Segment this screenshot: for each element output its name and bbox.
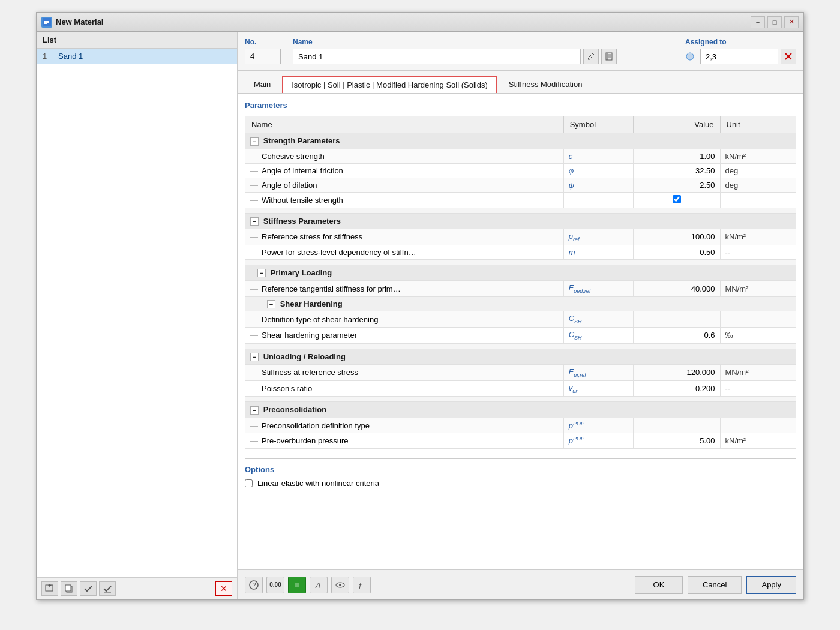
tab-main[interactable]: Main <box>245 76 280 93</box>
tabs-area: Main Isotropic | Soil | Plastic | Modifi… <box>238 71 803 94</box>
svg-text:A: A <box>315 581 321 589</box>
linear-elastic-checkbox[interactable] <box>245 479 253 487</box>
param-cohesive-symbol: c <box>563 149 633 163</box>
collapse-stiffness[interactable]: − <box>250 217 259 226</box>
copy-button[interactable] <box>61 581 77 596</box>
svg-text:?: ? <box>253 581 256 589</box>
collapse-primary[interactable]: − <box>257 269 266 277</box>
minimize-button[interactable]: − <box>751 16 765 28</box>
param-friction-value[interactable]: 32.50 <box>633 163 720 178</box>
apply-button[interactable]: Apply <box>746 576 796 594</box>
svg-rect-2 <box>44 21 49 22</box>
tensile-checkbox[interactable] <box>673 195 681 203</box>
check-button[interactable] <box>80 581 97 596</box>
param-stiffref-unit: MN/m² <box>720 365 796 381</box>
row-stiffref: —Stiffness at reference stress Eur,ref 1… <box>245 365 796 381</box>
param-shearparam-unit: ‰ <box>720 328 796 344</box>
param-power-value[interactable]: 0.50 <box>633 245 720 259</box>
param-power-unit: -- <box>720 245 796 259</box>
param-tensile-value <box>633 192 720 208</box>
maximize-button[interactable]: □ <box>767 16 782 28</box>
function-button[interactable]: ƒ <box>353 577 371 593</box>
no-field-group: No. 4 <box>245 38 281 64</box>
param-poisson-name: —Poisson's ratio <box>245 380 564 397</box>
param-stiffref-value[interactable]: 120.000 <box>633 365 720 381</box>
col-symbol: Symbol <box>563 116 633 133</box>
param-tangential-symbol: Eoed,ref <box>563 281 633 297</box>
book-button[interactable] <box>601 49 617 64</box>
list-toolbar: ✕ <box>37 577 237 599</box>
view-button[interactable] <box>288 577 306 593</box>
param-stiffref-name: —Stiffness at reference stress <box>245 365 564 381</box>
row-poisson: —Poisson's ratio vur 0.200 -- <box>245 380 796 397</box>
visibility-button[interactable] <box>331 577 349 593</box>
list-area: 1 Sand 1 <box>37 49 237 577</box>
params-table: Name Symbol Value Unit − Strength Parame… <box>245 116 796 449</box>
row-power: —Power for stress-level dependency of st… <box>245 245 796 259</box>
window-controls: − □ ✕ <box>751 16 799 28</box>
param-dilation-symbol: ψ <box>563 178 633 192</box>
group-precons-label: Preconsolidation <box>263 405 326 414</box>
ok-button[interactable]: OK <box>635 576 683 594</box>
check2-button[interactable] <box>99 581 116 596</box>
param-cohesive-value[interactable]: 1.00 <box>633 149 720 163</box>
help-button[interactable]: ? <box>245 577 263 593</box>
add-button[interactable] <box>41 581 58 596</box>
param-tangential-value[interactable]: 40.000 <box>633 281 720 297</box>
param-poisson-value[interactable]: 0.200 <box>633 380 720 397</box>
param-dilation-value[interactable]: 2.50 <box>633 178 720 192</box>
param-deftype-unit <box>720 311 796 328</box>
param-shearparam-value[interactable]: 0.6 <box>633 328 720 344</box>
param-refstress-unit: kN/m² <box>720 229 796 245</box>
param-friction-symbol: φ <box>563 163 633 178</box>
edit-button[interactable] <box>583 49 599 64</box>
group-strength: − Strength Parameters <box>245 133 796 149</box>
tab-stiffness[interactable]: Stiffness Modification <box>500 76 592 93</box>
list-item[interactable]: 1 Sand 1 <box>37 49 237 64</box>
param-preoverburden-value[interactable]: 5.00 <box>633 433 720 448</box>
param-tangential-name: —Reference tangential stiffness for prim… <box>245 281 564 297</box>
param-poisson-unit: -- <box>720 380 796 397</box>
calculator-button[interactable]: 0.00 <box>266 577 284 593</box>
param-shearparam-name: —Shear hardening parameter <box>245 328 564 344</box>
name-field-group: Name <box>293 38 617 64</box>
collapse-shear[interactable]: − <box>267 300 275 308</box>
param-tensile-name: —Without tensile strength <box>245 192 564 208</box>
assigned-clear-button[interactable] <box>781 49 796 64</box>
delete-button[interactable]: ✕ <box>215 581 232 596</box>
collapse-precons[interactable]: − <box>250 406 259 415</box>
col-value: Value <box>633 116 720 133</box>
assigned-input[interactable] <box>700 49 778 64</box>
params-section: Parameters Name Symbol Value Unit <box>238 94 803 569</box>
row-refstress: —Reference stress for stiffness pref 100… <box>245 229 796 245</box>
svg-rect-9 <box>65 585 71 591</box>
group-unloading-label: Unloading / Reloading <box>263 352 346 361</box>
param-preoverburden-unit: kN/m² <box>720 433 796 448</box>
col-unit: Unit <box>720 116 796 133</box>
text-tool-button[interactable]: A <box>310 577 328 593</box>
cancel-button[interactable]: Cancel <box>688 576 742 594</box>
param-dilation-name: —Angle of dilation <box>245 178 564 192</box>
param-precons-type-value[interactable] <box>633 418 720 433</box>
row-friction: —Angle of internal friction φ 32.50 deg <box>245 163 796 178</box>
right-panel: No. 4 Name <box>238 32 803 599</box>
name-input[interactable] <box>293 49 581 64</box>
linear-elastic-label: Linear elastic with nonlinear criteria <box>257 479 379 488</box>
param-refstress-value[interactable]: 100.00 <box>633 229 720 245</box>
tab-isotropic[interactable]: Isotropic | Soil | Plastic | Modified Ha… <box>282 76 497 93</box>
group-shear: − Shear Hardening <box>245 296 796 311</box>
collapse-unloading[interactable]: − <box>250 353 259 361</box>
name-field-row <box>293 49 617 64</box>
collapse-strength[interactable]: − <box>250 137 259 146</box>
param-friction-unit: deg <box>720 163 796 178</box>
row-tensile: —Without tensile strength <box>245 192 796 208</box>
row-preoverburden: —Pre-overburden pressure pPOP 5.00 kN/m² <box>245 433 796 448</box>
param-poisson-symbol: vur <box>563 380 633 397</box>
param-deftype-value[interactable] <box>633 311 720 328</box>
option-linear-elastic: Linear elastic with nonlinear criteria <box>245 479 796 488</box>
main-window: New Material − □ ✕ List 1 Sand 1 <box>36 12 804 600</box>
no-value: 4 <box>245 49 281 64</box>
row-tangential: —Reference tangential stiffness for prim… <box>245 281 796 297</box>
param-stiffref-symbol: Eur,ref <box>563 365 633 381</box>
close-button[interactable]: ✕ <box>784 16 799 28</box>
